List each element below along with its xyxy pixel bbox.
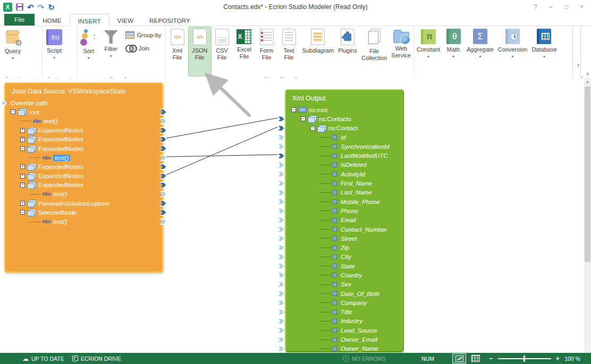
dropdown-arrow-icon[interactable]: ▾ <box>427 54 429 60</box>
input-connector-icon[interactable] <box>277 125 285 131</box>
close-button[interactable]: × <box>580 3 584 11</box>
tree-row-owner-email[interactable]: Owner_Email <box>286 335 403 344</box>
ribbon-button-csv-file[interactable]: .csvCSVFile <box>211 27 233 76</box>
dropdown-arrow-icon[interactable]: ▾ <box>543 54 545 60</box>
tree-row-first-name[interactable]: First_Name <box>286 179 403 188</box>
tree-row-text[interactable]: Abctext() <box>5 217 162 226</box>
dropdown-arrow-icon[interactable]: ▾ <box>88 56 90 61</box>
ribbon-button-database[interactable]: Database▾ <box>529 27 559 76</box>
minus-toggle-icon[interactable] <box>20 146 25 151</box>
tab-home[interactable]: HOME <box>35 14 69 26</box>
output-connector-icon[interactable] <box>159 191 167 197</box>
sync-status[interactable]: ☁ UP TO DATE <box>22 353 64 364</box>
input-connector-icon[interactable] <box>277 253 285 260</box>
tree-row-mobile-phone[interactable]: Mobile_Phone <box>286 197 403 206</box>
output-connector-icon[interactable] <box>159 218 167 225</box>
input-connector-icon[interactable] <box>277 336 285 343</box>
json-source-node[interactable]: Json Data Source: VSWorkspaceState Overr… <box>4 82 163 273</box>
output-connector-icon[interactable] <box>159 109 167 115</box>
tree-row-company[interactable]: Company <box>286 298 403 307</box>
tree-row-expandednodes[interactable]: ExpandedNodes <box>5 144 162 153</box>
minus-toggle-icon[interactable] <box>291 107 296 112</box>
ribbon-button-conversion[interactable]: Conversion▾ <box>496 27 530 76</box>
tree-row-previewinsolutionexplorer[interactable]: PreviewInSolutionExplorer <box>5 199 162 208</box>
zoom-in-button[interactable]: + <box>556 354 560 362</box>
tree-row-expandednodes[interactable]: ExpandedNodes <box>5 181 162 190</box>
refresh-icon[interactable]: ↻ <box>48 3 55 11</box>
tree-row-ns-contact[interactable]: ns:Contact <box>286 124 403 133</box>
input-connector-icon[interactable] <box>277 300 285 306</box>
minus-toggle-icon[interactable] <box>11 109 15 114</box>
minimize-button[interactable]: – <box>549 3 553 11</box>
input-connector-icon[interactable] <box>277 244 285 251</box>
tree-row-lead-source[interactable]: Lead_Source <box>286 326 403 335</box>
input-connector-icon[interactable] <box>277 217 285 223</box>
tab-view[interactable]: VIEW <box>109 14 141 26</box>
tree-row-last-name[interactable]: Last_Name <box>286 188 403 197</box>
input-connector-icon[interactable] <box>277 318 285 324</box>
output-connector-icon[interactable] <box>159 173 167 179</box>
more-indicator-icon[interactable]: › <box>577 61 579 69</box>
input-connector-icon[interactable] <box>277 116 285 122</box>
ribbon-button-query[interactable]: Query▾ <box>2 27 24 76</box>
tab-file[interactable]: File <box>4 14 35 26</box>
output-connector-icon[interactable] <box>159 127 167 133</box>
ribbon-button-sort[interactable]: Sort▾ <box>78 27 100 76</box>
tab-repository[interactable]: REPOSITORY <box>141 14 198 26</box>
dropdown-arrow-icon[interactable]: ▾ <box>512 54 514 60</box>
input-connector-icon[interactable] <box>277 208 285 214</box>
output-connector-icon[interactable] <box>159 155 167 161</box>
ribbon-button-script[interactable]: f(x)Script▾ <box>43 27 65 76</box>
ribbon-button-subdiagram[interactable]: Subdiagram <box>300 27 336 76</box>
tree-row-zip[interactable]: Zip <box>286 243 403 252</box>
tree-row-override-path[interactable]: Override path <box>5 98 162 107</box>
tab-insert[interactable]: INSERT <box>70 14 109 26</box>
minus-toggle-icon[interactable] <box>301 116 306 121</box>
minus-toggle-icon[interactable] <box>20 183 25 188</box>
ribbon-button-excel-file[interactable]: XExcelFile <box>233 27 256 76</box>
plus-toggle-icon[interactable] <box>20 128 25 133</box>
input-connector-icon[interactable] <box>277 199 285 205</box>
tree-row-title[interactable]: Title <box>286 308 403 317</box>
scrollbar-thumb[interactable] <box>585 87 590 262</box>
tree-row-street[interactable]: Street <box>286 234 403 243</box>
help-button[interactable]: ? <box>534 3 537 11</box>
tree-row-email[interactable]: Email <box>286 216 403 225</box>
design-view-button[interactable] <box>452 353 466 363</box>
minus-toggle-icon[interactable] <box>310 126 315 131</box>
ribbon-button-constant[interactable]: πConstant▾ <box>415 27 442 76</box>
tree-row-state[interactable]: State <box>286 261 403 270</box>
zoom-slider[interactable] <box>498 358 551 359</box>
output-connector-icon[interactable] <box>159 136 167 142</box>
ribbon-collapse-icon[interactable]: ∧ <box>586 71 589 77</box>
ribbon-button-join[interactable]: Join <box>125 45 162 52</box>
canvas-scrollbar[interactable]: ▲ <box>584 78 591 353</box>
tree-row-ns-root[interactable]: <>ns:root <box>286 105 403 114</box>
dropdown-arrow-icon[interactable]: ▾ <box>479 54 481 60</box>
input-connector-icon[interactable] <box>1 100 6 106</box>
dropdown-arrow-icon[interactable]: ▾ <box>12 56 14 61</box>
output-connector-icon[interactable] <box>159 182 167 188</box>
tree-row-root[interactable]: root <box>5 107 162 116</box>
maximize-button[interactable]: □ <box>564 3 568 11</box>
ribbon-button-form-file[interactable]: FormFile <box>256 27 278 76</box>
zoom-out-button[interactable]: − <box>489 354 493 362</box>
tree-row-date-of-birth[interactable]: Date_Of_Birth <box>286 289 403 298</box>
minus-toggle-icon[interactable] <box>20 210 25 215</box>
input-connector-icon[interactable] <box>277 171 285 177</box>
input-connector-icon[interactable] <box>277 134 285 141</box>
input-connector-icon[interactable] <box>277 309 285 315</box>
input-connector-icon[interactable] <box>277 189 285 196</box>
ribbon-button-xml-file[interactable]: </>XmlFile <box>166 27 189 76</box>
plus-toggle-icon[interactable] <box>20 137 25 142</box>
output-connector-icon[interactable] <box>159 118 167 124</box>
ribbon-button-aggregate[interactable]: ΣAggregate▾ <box>465 27 496 76</box>
tree-row-expandednodes[interactable]: ExpandedNodes <box>5 135 162 144</box>
input-connector-icon[interactable] <box>277 153 285 159</box>
save-icon[interactable] <box>16 3 23 11</box>
input-connector-icon[interactable] <box>277 327 285 334</box>
input-connector-icon[interactable] <box>277 180 285 187</box>
input-connector-icon[interactable] <box>277 143 285 150</box>
grid-view-button[interactable] <box>469 353 483 363</box>
ecrion-drive[interactable]: ECRION DRIVE <box>72 353 121 364</box>
